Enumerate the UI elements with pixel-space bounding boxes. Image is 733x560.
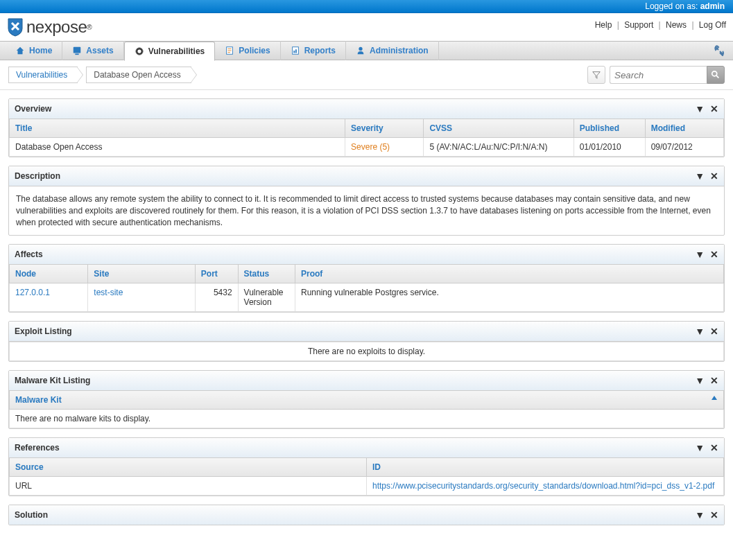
th-proof[interactable]: Proof: [295, 265, 723, 283]
description-panel: Description ▼ ✕ The database allows any …: [8, 166, 725, 236]
breadcrumb-current: Database Open Access: [86, 67, 191, 83]
malware-title: Malware Kit Listing: [15, 376, 90, 385]
exploit-empty: There are no exploits to display.: [10, 342, 724, 361]
top-bar: Logged on as: admin: [0, 0, 733, 13]
help-link[interactable]: Help: [595, 20, 612, 30]
cell-severity: Severe (5): [345, 138, 424, 157]
overview-table: Title Severity CVSS Published Modified D…: [9, 119, 724, 157]
svg-point-9: [712, 71, 717, 76]
breadcrumb-root-link[interactable]: Vulnerabilities: [16, 70, 67, 80]
search-button[interactable]: [707, 66, 725, 84]
search-icon: [711, 70, 721, 80]
cell-modified: 09/07/2012: [645, 138, 723, 157]
collapse-icon[interactable]: ▼: [695, 375, 705, 386]
svg-point-8: [359, 47, 362, 51]
cell-port: 5432: [195, 283, 238, 312]
collapse-icon[interactable]: ▼: [695, 170, 705, 182]
svg-rect-7: [295, 49, 297, 53]
th-port[interactable]: Port: [195, 265, 238, 283]
breadcrumb-root[interactable]: Vulnerabilities: [8, 67, 78, 83]
collapse-icon[interactable]: ▼: [695, 442, 705, 453]
overview-panel-head: Overview ▼ ✕: [9, 99, 724, 119]
th-modified[interactable]: Modified: [645, 119, 723, 138]
close-icon[interactable]: ✕: [710, 375, 718, 386]
search-input[interactable]: [610, 66, 707, 84]
close-icon[interactable]: ✕: [710, 170, 718, 182]
overview-title: Overview: [15, 104, 51, 114]
svg-rect-1: [76, 53, 79, 55]
cell-node[interactable]: 127.0.0.1: [10, 283, 88, 312]
nav-home[interactable]: Home: [6, 41, 62, 60]
logo-shield-icon: [7, 17, 24, 37]
svg-point-3: [137, 49, 141, 53]
cell-published: 01/01/2010: [574, 138, 645, 157]
breadcrumb-current-label: Database Open Access: [94, 70, 180, 80]
description-panel-head: Description ▼ ✕: [9, 166, 724, 186]
nav-assets-label: Assets: [86, 46, 113, 55]
nav-administration[interactable]: Administration: [346, 41, 439, 60]
search-box: [610, 66, 725, 84]
close-icon[interactable]: ✕: [710, 442, 718, 453]
th-node[interactable]: Node: [10, 265, 88, 283]
reports-icon: [291, 46, 300, 55]
nav-reports-label: Reports: [304, 46, 336, 55]
assets-icon: [72, 46, 82, 55]
exploit-table: There are no exploits to display.: [9, 342, 724, 361]
solution-panel: Solution ▼ ✕: [8, 505, 725, 525]
tools-icon[interactable]: [714, 45, 725, 56]
references-panel: References ▼ ✕ Source ID URL https://www…: [8, 437, 725, 496]
malware-empty: There are no malware kits to display.: [10, 410, 724, 428]
close-icon[interactable]: ✕: [710, 509, 718, 520]
news-link[interactable]: News: [666, 20, 687, 30]
malware-panel-head: Malware Kit Listing ▼ ✕: [9, 371, 724, 391]
logoff-link[interactable]: Log Off: [699, 20, 726, 30]
policies-icon: [225, 46, 234, 55]
filter-button[interactable]: [587, 66, 605, 84]
svg-rect-0: [74, 47, 81, 53]
home-icon: [15, 46, 25, 55]
collapse-icon[interactable]: ▼: [695, 509, 705, 520]
logged-on-user: admin: [700, 1, 725, 11]
content: Overview ▼ ✕ Title Severity CVSS Publish…: [0, 98, 733, 534]
nav-vulnerabilities[interactable]: Vulnerabilities: [124, 42, 216, 61]
th-title[interactable]: Title: [10, 119, 345, 138]
breadcrumb: Vulnerabilities Database Open Access: [8, 67, 200, 83]
solution-title: Solution: [15, 510, 48, 520]
cell-id[interactable]: https://www.pcisecuritystandards.org/sec…: [367, 477, 724, 496]
search-wrap: [587, 66, 725, 84]
affects-table: Node Site Port Status Proof 127.0.0.1 te…: [9, 265, 724, 312]
exploit-panel: Exploit Listing ▼ ✕ There are no exploit…: [8, 321, 725, 362]
nav-assets[interactable]: Assets: [62, 41, 123, 60]
exploit-title: Exploit Listing: [15, 326, 72, 336]
support-link[interactable]: Support: [624, 20, 653, 30]
overview-panel: Overview ▼ ✕ Title Severity CVSS Publish…: [8, 98, 725, 157]
references-title: References: [15, 443, 60, 453]
malware-table: Malware Kit There are no malware kits to…: [9, 391, 724, 428]
th-source[interactable]: Source: [10, 458, 367, 477]
nav-vulnerabilities-label: Vulnerabilities: [148, 46, 205, 56]
th-published[interactable]: Published: [574, 119, 645, 138]
nav-policies[interactable]: Policies: [215, 41, 280, 60]
table-row: There are no malware kits to display.: [10, 410, 724, 428]
th-status[interactable]: Status: [238, 265, 295, 283]
header-row: nexpose® Help | Support | News | Log Off: [0, 13, 733, 37]
link-separator: |: [617, 20, 619, 30]
nav-reports[interactable]: Reports: [281, 41, 346, 60]
collapse-icon[interactable]: ▼: [695, 326, 705, 337]
cell-title: Database Open Access: [10, 138, 345, 157]
collapse-icon[interactable]: ▼: [695, 249, 705, 260]
close-icon[interactable]: ✕: [710, 103, 718, 114]
exploit-panel-head: Exploit Listing ▼ ✕: [9, 322, 724, 342]
th-id[interactable]: ID: [367, 458, 724, 477]
close-icon[interactable]: ✕: [710, 249, 718, 260]
affects-panel-head: Affects ▼ ✕: [9, 245, 724, 265]
th-cvss[interactable]: CVSS: [424, 119, 574, 138]
collapse-icon[interactable]: ▼: [695, 103, 705, 114]
sub-bar: Vulnerabilities Database Open Access: [0, 60, 733, 90]
affects-panel: Affects ▼ ✕ Node Site Port Status Proof …: [8, 244, 725, 313]
th-malware-kit[interactable]: Malware Kit: [10, 391, 724, 410]
cell-site[interactable]: test-site: [88, 283, 196, 312]
th-site[interactable]: Site: [88, 265, 196, 283]
close-icon[interactable]: ✕: [710, 326, 718, 337]
th-severity[interactable]: Severity: [345, 119, 424, 138]
